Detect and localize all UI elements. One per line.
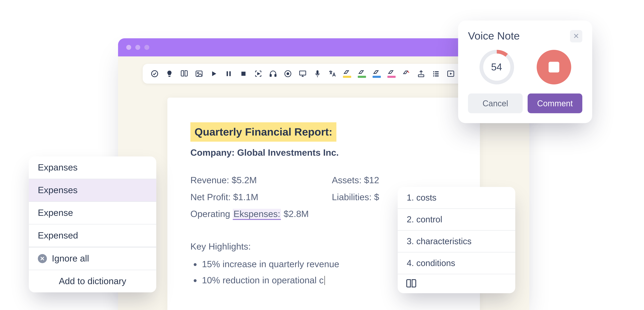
metric-assets: Assets: $12 — [332, 173, 457, 187]
prediction-item[interactable]: 3. characteristics — [398, 231, 515, 252]
spell-suggestion[interactable]: Expensed — [29, 224, 156, 247]
misspelled-word[interactable]: Ekspenses: — [232, 209, 281, 220]
prediction-item[interactable]: 2. control — [398, 209, 515, 231]
text-caret-icon — [324, 275, 325, 285]
prediction-popover: 1. costs 2. control 3. characteristics 4… — [398, 187, 515, 293]
image-icon[interactable] — [194, 69, 204, 78]
erase-highlight-icon[interactable] — [402, 69, 411, 78]
svg-rect-10 — [300, 71, 306, 75]
toolbar — [143, 64, 505, 84]
play-screenshot-icon[interactable] — [254, 69, 263, 78]
comment-button[interactable]: Comment — [528, 94, 582, 113]
collect-highlights-icon[interactable] — [416, 69, 426, 78]
pause-icon[interactable] — [224, 69, 233, 78]
svg-rect-5 — [241, 72, 246, 76]
svg-rect-6 — [270, 74, 271, 76]
svg-rect-17 — [435, 75, 438, 76]
prediction-item[interactable]: 4. conditions — [398, 252, 515, 274]
microphone-icon[interactable] — [313, 69, 322, 78]
metric-net-profit: Net Profit: $1.1M — [190, 190, 315, 204]
screen-mask-icon[interactable] — [298, 69, 307, 78]
svg-point-2 — [198, 72, 199, 74]
spell-suggestion[interactable]: Expenses — [29, 179, 156, 202]
cancel-button[interactable]: Cancel — [468, 94, 522, 113]
recording-seconds: 54 — [483, 54, 510, 81]
spellcheck-popover: Expanses Expenses Expense Expensed ✕ Ign… — [29, 157, 156, 292]
metric-revenue: Revenue: $5.2M — [190, 173, 315, 187]
metric-operating: Operating Ekspenses: $2.8M — [190, 207, 315, 221]
highlighter-pink-icon[interactable] — [387, 69, 396, 78]
prediction-item[interactable]: 1. costs — [398, 187, 515, 209]
play-button-icon[interactable] — [446, 69, 455, 78]
window-dot-close-icon[interactable] — [126, 45, 131, 50]
play-icon[interactable] — [209, 69, 218, 78]
svg-rect-15 — [435, 71, 438, 72]
translate-icon[interactable] — [328, 69, 337, 78]
window-dot-zoom-icon[interactable] — [144, 45, 149, 50]
highlighter-yellow-icon[interactable] — [343, 69, 352, 78]
highlighter-blue-icon[interactable] — [372, 69, 381, 78]
svg-rect-7 — [275, 74, 276, 76]
stop-icon[interactable] — [239, 69, 248, 78]
svg-rect-14 — [433, 75, 434, 76]
audio-maker-icon[interactable] — [284, 69, 292, 78]
ignore-icon: ✕ — [38, 254, 47, 263]
svg-rect-4 — [229, 71, 230, 76]
close-icon: ✕ — [573, 32, 579, 41]
stop-icon — [548, 62, 559, 73]
ignore-all-button[interactable]: ✕ Ignore all — [29, 247, 156, 270]
voice-note-title: Voice Note — [468, 30, 520, 43]
spell-suggestion[interactable]: Expense — [29, 202, 156, 225]
svg-rect-13 — [433, 73, 434, 74]
dictionary-open-icon[interactable] — [180, 69, 189, 78]
highlighter-green-icon[interactable] — [358, 69, 366, 78]
dictionary-icon[interactable] — [406, 279, 416, 288]
document-subtitle: Company: Global Investments Inc. — [190, 146, 457, 159]
close-button[interactable]: ✕ — [570, 30, 582, 42]
vocab-list-icon[interactable] — [431, 69, 440, 78]
svg-point-9 — [287, 73, 289, 75]
headphones-icon[interactable] — [268, 69, 278, 78]
spell-suggestion[interactable]: Expanses — [29, 157, 156, 179]
svg-rect-12 — [433, 71, 434, 72]
svg-rect-1 — [196, 71, 202, 77]
svg-rect-16 — [435, 73, 438, 74]
add-to-dictionary-button[interactable]: Add to dictionary — [29, 270, 156, 292]
voice-note-panel: Voice Note ✕ 54 Cancel Comment — [458, 21, 592, 123]
svg-rect-11 — [418, 75, 424, 77]
window-dot-minimize-icon[interactable] — [135, 45, 140, 50]
check-circle-icon[interactable] — [150, 69, 159, 78]
document-title: Quarterly Financial Report: — [190, 122, 336, 141]
stop-recording-button[interactable] — [536, 50, 571, 84]
svg-rect-3 — [226, 71, 228, 76]
recording-progress-icon: 54 — [479, 50, 514, 84]
lightbulb-icon[interactable] — [165, 69, 174, 78]
ignore-all-label: Ignore all — [52, 253, 89, 264]
